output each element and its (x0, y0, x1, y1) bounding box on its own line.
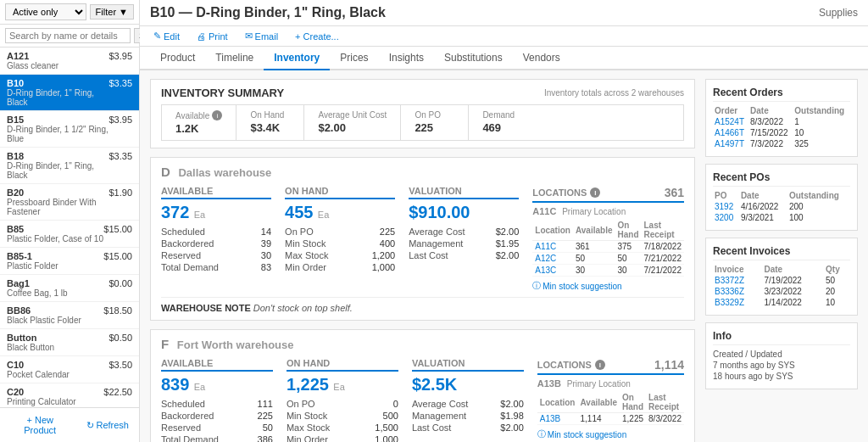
search-input[interactable] (5, 28, 131, 43)
wh-row: Min Stock500 (287, 410, 398, 422)
refresh-icon: ↻ (86, 420, 94, 431)
dallas-primary-loc-label: A11C (532, 206, 556, 216)
dallas-primary-avail: 361 (665, 186, 684, 199)
new-product-button[interactable]: + New Product (5, 411, 75, 439)
col-header: Available (573, 220, 615, 241)
tab-inventory[interactable]: Inventory (264, 47, 330, 70)
rp-link[interactable]: B3329Z (715, 298, 744, 307)
table-row: 31924/16/2022200 (713, 201, 850, 212)
locations-info-icon[interactable]: i (590, 187, 600, 198)
fw-info-circle-icon: ⓘ (537, 428, 546, 440)
col-header: Last Receipt (646, 392, 684, 413)
rp-col-header: Order (713, 105, 748, 116)
recent-invoices-table: InvoiceDateQtyB3372Z7/19/202250B3336Z3/2… (713, 264, 850, 308)
fw-primary-loc-label: A13B (537, 378, 561, 389)
dallas-valuation: VALUATION $910.00 Average Cost$2.00Manag… (409, 186, 519, 292)
recent-pos-table: PODateOutstanding31924/16/202220032009/3… (713, 190, 850, 223)
tab-prices[interactable]: Prices (330, 47, 378, 70)
table-row: B3329Z1/14/202210 (713, 297, 850, 308)
edit-button[interactable]: ✎ Edit (150, 29, 183, 43)
rp-col-header: Date (739, 190, 787, 201)
dallas-onhand-title: ON HAND (285, 186, 395, 199)
rp-link[interactable]: A1524T (715, 117, 744, 126)
create-button[interactable]: + Create... (292, 30, 342, 43)
rp-col-header: Qty (824, 264, 850, 275)
wh-row: Management$1.98 (412, 410, 524, 422)
wh-row: Average Cost$2.00 (409, 226, 519, 238)
fw-available-value: 839 (161, 375, 189, 394)
product-item[interactable]: C10 Pocket Calendar $3.50 (0, 356, 139, 383)
info-title: Info (713, 330, 850, 345)
topbar: B10 — D-Ring Binder, 1" Ring, Black Supp… (140, 0, 868, 26)
product-item[interactable]: C20 Printing Calculator $22.50 (0, 383, 139, 407)
inv-metric: On PO225 (401, 105, 469, 140)
rp-link[interactable]: B3372Z (715, 276, 744, 285)
location-link[interactable]: A11C (535, 242, 556, 251)
product-item[interactable]: B85 Plastic Folder, Case of 10 $15.00 (0, 221, 139, 248)
table-row: A11C3613757/18/2022 (532, 241, 684, 253)
dallas-available-value: 372 (161, 203, 189, 221)
tab-product[interactable]: Product (150, 47, 205, 70)
fw-min-stock-link[interactable]: ⓘ Min stock suggestion (537, 428, 684, 440)
fw-available: AVAILABLE 839 Ea Scheduled111Backordered… (161, 358, 273, 442)
wh-row: Last Cost$2.00 (409, 249, 519, 261)
dallas-letter: D (161, 165, 170, 179)
wh-row: Last Cost$2.00 (412, 422, 524, 434)
filter-button[interactable]: Filter ▼ (90, 4, 134, 20)
content-main: INVENTORY SUMMARY Inventory totals acros… (150, 79, 695, 434)
location-link[interactable]: A13C (535, 266, 556, 275)
dallas-locations-title: LOCATIONS i 361 (532, 186, 684, 203)
dallas-warehouse-note: WAREHOUSE NOTE Don't stock on top shelf. (161, 297, 684, 313)
fw-available-unit: Ea (194, 382, 205, 392)
rp-link[interactable]: 3192 (715, 202, 733, 211)
fw-locations-info-icon[interactable]: i (595, 360, 605, 370)
rp-link[interactable]: B3336Z (715, 287, 744, 296)
wh-row: Average Cost$2.00 (412, 398, 524, 410)
fw-grid: AVAILABLE 839 Ea Scheduled111Backordered… (161, 358, 684, 442)
metric-info-icon[interactable]: i (212, 110, 222, 120)
col-header: On Hand (615, 220, 642, 241)
fw-valuation: VALUATION $2.5K Average Cost$2.00Managem… (412, 358, 524, 442)
product-item[interactable]: B85-1 Plastic Folder $15.00 (0, 248, 139, 275)
tab-timeline[interactable]: Timeline (205, 47, 264, 70)
dallas-valuation-title: VALUATION (409, 186, 519, 199)
inv-header: INVENTORY SUMMARY Inventory totals acros… (161, 87, 684, 99)
location-link[interactable]: A13B (540, 414, 560, 423)
product-item[interactable]: BB86 Black Plastic Folder $18.50 (0, 302, 139, 329)
fw-letter: F (161, 337, 169, 351)
tab-insights[interactable]: Insights (379, 47, 434, 70)
rp-link[interactable]: 3200 (715, 213, 733, 222)
main-content: B10 — D-Ring Binder, 1" Ring, Black Supp… (140, 0, 868, 442)
wh-row: Reserved30 (161, 249, 271, 261)
table-row: A1497T7/3/2022325 (713, 138, 850, 149)
location-link[interactable]: A12C (535, 254, 556, 263)
email-button[interactable]: ✉ Email (242, 29, 282, 43)
fort-worth-header: F Fort Worth warehouse (161, 337, 684, 351)
product-item[interactable]: A121 Glass cleaner $3.95 (0, 48, 139, 75)
product-item[interactable]: Button Black Button $0.50 (0, 329, 139, 356)
wh-row: Scheduled111 (161, 398, 273, 410)
wh-row: Min Order1,000 (287, 434, 398, 442)
product-item[interactable]: B10 D-Ring Binder, 1" Ring, Black $3.35 (0, 75, 139, 111)
tab-substitutions[interactable]: Substitutions (434, 47, 513, 70)
refresh-button[interactable]: ↻ Refresh (81, 411, 134, 439)
inv-metric: Demand469 (469, 105, 537, 140)
print-button[interactable]: 🖨 Print (193, 30, 231, 43)
rp-col-header: PO (713, 190, 739, 201)
product-item[interactable]: B18 D-Ring Binder, 1" Ring, Black $3.35 (0, 148, 139, 184)
product-item[interactable]: Bag1 Coffee Bag, 1 lb $0.00 (0, 275, 139, 302)
rp-link[interactable]: A1497T (715, 139, 744, 148)
rp-col-header: Date (748, 105, 793, 116)
product-item[interactable]: B20 Pressboard Binder With Fastener $1.9… (0, 184, 139, 221)
table-row: A13B1,1141,2258/3/2022 (537, 413, 684, 425)
wh-row: Min Order1,000 (285, 261, 395, 273)
info-updated-value: 18 hours ago by SYS (713, 371, 850, 382)
tab-vendors[interactable]: Vendors (513, 47, 570, 70)
fw-onhand-title: ON HAND (287, 358, 398, 372)
dallas-locations-table: LocationAvailableOn HandLast ReceiptA11C… (532, 220, 684, 277)
rp-link[interactable]: A1466T (715, 128, 744, 137)
search-row: Sort (0, 25, 139, 48)
product-item[interactable]: B15 D-Ring Binder, 1 1/2" Ring, Blue $3.… (0, 111, 139, 148)
dallas-min-stock-link[interactable]: ⓘ Min stock suggestion (532, 280, 684, 292)
filter-dropdown[interactable]: Active only (5, 3, 86, 20)
